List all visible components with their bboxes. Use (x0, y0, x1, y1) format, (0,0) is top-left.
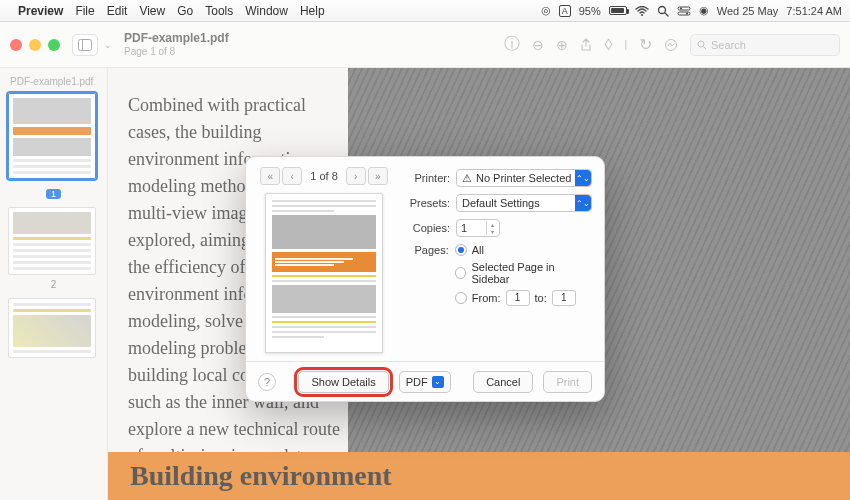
svg-point-0 (641, 14, 643, 16)
menubar-time[interactable]: 7:51:24 AM (786, 5, 842, 17)
cancel-button[interactable]: Cancel (473, 371, 533, 393)
presets-select[interactable]: Default Settings ⌃⌄ (456, 194, 592, 212)
help-button[interactable]: ? (258, 373, 276, 391)
presets-value: Default Settings (462, 197, 540, 209)
menubar: Preview File Edit View Go Tools Window H… (0, 0, 850, 22)
menu-view[interactable]: View (139, 4, 165, 18)
pages-all-label: All (472, 244, 484, 256)
menu-help[interactable]: Help (300, 4, 325, 18)
presets-label: Presets: (406, 197, 450, 209)
to-input[interactable]: 1 (552, 290, 576, 306)
copies-value: 1 (461, 222, 467, 234)
pdf-menu-label: PDF (406, 376, 428, 388)
menu-tools[interactable]: Tools (205, 4, 233, 18)
svg-point-1 (658, 6, 665, 13)
pages-selected-radio[interactable] (455, 267, 467, 279)
printer-select[interactable]: ⚠ No Printer Selected ⌃⌄ (456, 169, 592, 187)
copies-label: Copies: (406, 222, 450, 234)
printer-label: Printer: (406, 172, 450, 184)
from-label: From: (472, 292, 501, 304)
pdf-menu-button[interactable]: PDF ⌄ (399, 371, 451, 393)
printer-value: No Printer Selected (476, 172, 571, 184)
focus-icon[interactable]: ◎ (541, 4, 551, 17)
siri-icon[interactable]: ◉ (699, 4, 709, 17)
input-indicator-icon[interactable]: A (559, 5, 571, 17)
pages-all-radio[interactable] (455, 244, 467, 256)
pages-selected-label: Selected Page in Sidebar (471, 261, 592, 285)
app-name[interactable]: Preview (18, 4, 63, 18)
next-page-button[interactable]: › (346, 167, 366, 185)
pager-label: 1 of 8 (304, 170, 344, 182)
copies-stepper[interactable]: ▴▾ (486, 221, 498, 235)
chevron-down-icon: ⌄ (432, 376, 444, 388)
copies-input[interactable]: 1 ▴▾ (456, 219, 500, 237)
chevron-updown-icon: ⌃⌄ (575, 170, 591, 186)
battery-pct: 95% (579, 5, 601, 17)
first-page-button[interactable]: « (260, 167, 280, 185)
warning-icon: ⚠ (462, 172, 472, 185)
svg-line-2 (665, 13, 668, 16)
prev-page-button[interactable]: ‹ (282, 167, 302, 185)
preview-page (265, 193, 383, 353)
print-options: Printer: ⚠ No Printer Selected ⌃⌄ Preset… (402, 157, 604, 361)
menu-edit[interactable]: Edit (107, 4, 128, 18)
menu-window[interactable]: Window (245, 4, 288, 18)
search-icon[interactable] (657, 5, 669, 17)
to-label: to: (535, 292, 547, 304)
print-dialog: « ‹ 1 of 8 › » Printer: (245, 156, 605, 402)
status-tray: ◎ A 95% ◉ Wed 25 May 7:51:24 AM (541, 4, 842, 17)
wifi-icon[interactable] (635, 6, 649, 16)
dialog-footer: ? Show Details PDF ⌄ Cancel Print (246, 361, 604, 401)
print-button[interactable]: Print (543, 371, 592, 393)
svg-point-6 (686, 12, 688, 14)
pages-from-radio[interactable] (455, 292, 467, 304)
last-page-button[interactable]: » (368, 167, 388, 185)
from-input[interactable]: 1 (506, 290, 530, 306)
menu-file[interactable]: File (75, 4, 94, 18)
print-preview-pane: « ‹ 1 of 8 › » (246, 157, 402, 361)
control-center-icon[interactable] (677, 6, 691, 16)
preview-window: ⌄ PDF-example1.pdf Page 1 of 8 ⓘ ⊖ ⊕ ◊ |… (0, 22, 850, 500)
svg-rect-4 (678, 12, 690, 15)
chevron-updown-icon: ⌃⌄ (575, 195, 591, 211)
menu-go[interactable]: Go (177, 4, 193, 18)
pages-label: Pages: (406, 244, 449, 256)
preview-pager: « ‹ 1 of 8 › » (260, 167, 388, 185)
menubar-date[interactable]: Wed 25 May (717, 5, 779, 17)
svg-rect-3 (678, 7, 690, 10)
svg-point-5 (680, 7, 682, 9)
battery-icon[interactable] (609, 6, 627, 15)
show-details-button[interactable]: Show Details (298, 371, 388, 393)
